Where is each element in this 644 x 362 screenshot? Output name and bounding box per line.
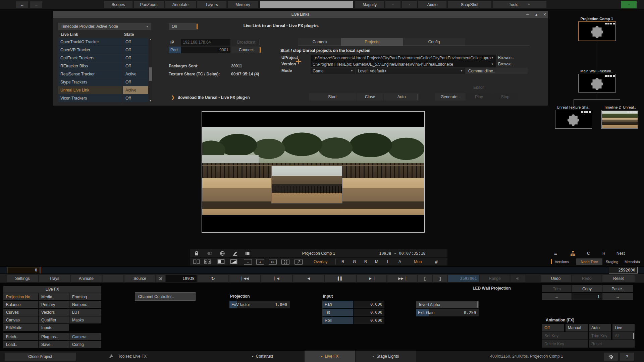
tab-staging[interactable]: Staging: [606, 258, 618, 265]
ip-field[interactable]: 192.168.178.64: [181, 39, 230, 46]
dialog-close-button[interactable]: ×: [541, 12, 548, 17]
menu-tools-button[interactable]: Tools▼: [493, 1, 546, 8]
tracker-row-name[interactable]: Vicon Trackers: [58, 94, 122, 102]
livefx-media[interactable]: Media: [39, 293, 69, 300]
grid-overlay-button[interactable]: #: [435, 258, 438, 265]
channel-m-button[interactable]: M: [375, 258, 378, 265]
play-button[interactable]: Play: [466, 93, 492, 101]
lock-open-icon[interactable]: [194, 251, 199, 256]
port-field[interactable]: 9001: [181, 47, 230, 53]
commandline-button[interactable]: Commandline..: [466, 68, 528, 74]
livefx-load[interactable]: Load..: [3, 341, 38, 348]
ext-gain-row[interactable]: Ext. Gain 0.250: [416, 309, 479, 316]
active-tool-indicator[interactable]: [260, 1, 353, 8]
tab-construct[interactable]: ●Construct: [235, 351, 290, 362]
menu-magnify-button[interactable]: Magnify: [355, 1, 384, 8]
livefx-qualifier[interactable]: Qualifier: [39, 316, 69, 323]
generate-button[interactable]: Generate..: [435, 93, 466, 101]
stop-button[interactable]: Stop: [492, 93, 518, 101]
livefx-fill-matte[interactable]: Fill/Matte: [3, 324, 38, 331]
tab-camera[interactable]: Camera: [298, 38, 341, 46]
zoom-in-button[interactable]: +: [256, 259, 264, 265]
livefx-primary[interactable]: Primary: [39, 301, 69, 308]
anim-live-button[interactable]: Live: [612, 324, 635, 331]
livefx-balance[interactable]: Balance: [3, 301, 38, 308]
clipboard-next-button[interactable]: →: [602, 293, 633, 300]
current-frame-field[interactable]: 10938: [166, 275, 197, 282]
tab-projects[interactable]: Projects: [341, 38, 403, 46]
tracker-row-name[interactable]: REtracker Bliss: [58, 62, 122, 70]
mark-in-button[interactable]: [: [418, 275, 432, 282]
channel-l-button[interactable]: L: [387, 258, 389, 265]
magnify-up-button[interactable]: ▲: [402, 1, 417, 8]
undo-button[interactable]: Undo: [541, 275, 571, 282]
delete-key-button[interactable]: Delete Key: [542, 340, 588, 348]
download-plugin-link[interactable]: download the Unreal - Live FX plug-in: [178, 95, 250, 100]
dialog-rollup-button[interactable]: ▴: [533, 12, 540, 17]
go-to-start-button[interactable]: ▏◀◀: [229, 275, 260, 282]
menu-memory-button[interactable]: Memory: [228, 1, 258, 8]
node-projection-comp[interactable]: [578, 21, 616, 41]
channel-b-button[interactable]: B: [364, 258, 367, 265]
mon-toggle[interactable]: Mon: [414, 258, 422, 265]
livelink-on-toggle[interactable]: On: [169, 23, 198, 30]
dialog-title-bar[interactable]: Live Links: [53, 11, 548, 18]
globe-icon[interactable]: [220, 251, 225, 256]
paste-button[interactable]: Paste..: [602, 285, 633, 292]
timecode-provider-dropdown[interactable]: Timecode Provider: Active Node▼: [58, 23, 151, 30]
uproject-field[interactable]: ..rs\Mazze\Documents\Unreal Projects\Cit…: [311, 55, 496, 61]
node-tree-icon[interactable]: [570, 251, 576, 256]
scroll-down-icon[interactable]: ▼: [149, 100, 152, 102]
nest-button[interactable]: Nest: [616, 249, 625, 257]
trays-button[interactable]: Trays: [39, 275, 70, 282]
version-browse-button[interactable]: Browse..: [498, 62, 514, 66]
pan-label[interactable]: Pan: [322, 301, 353, 308]
redo-button[interactable]: Redo: [572, 275, 601, 282]
livefx-vectors[interactable]: Vectors: [39, 309, 69, 316]
split-pane-icon[interactable]: [217, 259, 225, 264]
tab-live-fx[interactable]: ●Live FX: [305, 351, 355, 362]
tracker-row-state[interactable]: Active: [123, 70, 148, 78]
auto-button[interactable]: Auto: [384, 93, 419, 101]
anim-off-button[interactable]: Off: [542, 324, 564, 331]
version-field[interactable]: C:\Program Files\Epic Games\UE_5.5\Engin…: [311, 61, 496, 67]
menu-annotate-button[interactable]: Annotate: [165, 1, 196, 8]
livefx-numeric[interactable]: Numeric: [69, 301, 101, 308]
menu-panzoom-button[interactable]: PanZoom: [134, 1, 164, 8]
tab-versions[interactable]: Versions: [555, 258, 569, 265]
tracker-list-scrollbar[interactable]: ▲ ▼: [149, 38, 152, 102]
tab-config[interactable]: Config: [403, 38, 465, 46]
tracker-row-state[interactable]: Off: [123, 62, 148, 70]
film-frames-icon[interactable]: [193, 259, 200, 264]
duration-field[interactable]: 2592001: [448, 275, 479, 282]
channel-r-button[interactable]: R: [341, 258, 344, 265]
reset-button[interactable]: Reset: [602, 275, 635, 282]
annotate-pen-icon[interactable]: [232, 251, 238, 256]
loop-button[interactable]: ↻: [198, 275, 228, 282]
anim-auto-button[interactable]: Auto: [589, 324, 611, 331]
fit-view-button[interactable]: [281, 259, 289, 265]
timeline-out-field[interactable]: 2592000: [609, 267, 638, 274]
diagonal-split-icon[interactable]: [230, 259, 237, 264]
menu-snapshot-button[interactable]: SnapShot: [448, 1, 491, 8]
trim-key-button[interactable]: Trim Key: [589, 332, 611, 340]
settings-button[interactable]: Settings: [7, 275, 38, 282]
r-view-button[interactable]: R: [602, 249, 605, 257]
range-button[interactable]: Range: [480, 275, 509, 282]
magnify-down-button[interactable]: ▼: [385, 1, 400, 8]
tilt-label[interactable]: Tilt: [322, 309, 353, 316]
menu-scopes-button[interactable]: Scopes: [104, 1, 132, 8]
tilt-value[interactable]: 0.000: [354, 309, 384, 316]
livefx-plugins[interactable]: Plug-ins..: [39, 333, 69, 340]
node-timeline-unreal[interactable]: [601, 110, 638, 129]
history-back-button[interactable]: ←: [16, 1, 28, 8]
key-all-button[interactable]: All: [612, 332, 635, 340]
set-key-button[interactable]: Set Key: [542, 332, 588, 340]
wrench-icon[interactable]: [109, 354, 114, 359]
mark-out-button[interactable]: ]: [433, 275, 447, 282]
pan-view-button[interactable]: [294, 259, 303, 265]
channel-a-button[interactable]: A: [398, 258, 401, 265]
livefx-curves[interactable]: Curves: [3, 309, 38, 316]
start-button[interactable]: Start: [309, 93, 356, 101]
livefx-camera[interactable]: Camera: [69, 333, 101, 340]
